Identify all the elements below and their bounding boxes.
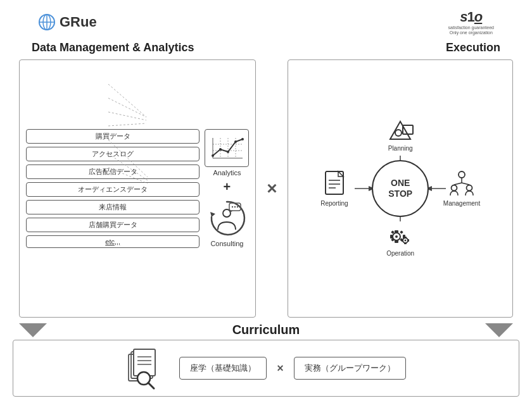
main-row: 購買データ アクセスログ 広告配信データ オーディエンスデータ 来店情報 店舗購… [13,59,519,318]
doc-search-svg [126,349,164,387]
svg-point-53 [395,235,398,238]
one-stop-text-line2: STOP [388,189,412,199]
bottom-content: 座学（基礎知識） × 実務（グループワーク） [179,357,406,380]
analytics-box: Analytics [205,129,249,177]
svg-line-6 [108,112,146,120]
grue-logo: GRue [38,13,97,31]
one-stop-text-line1: ONE [391,178,410,189]
list-item: 店舗購買データ [26,218,200,232]
svg-rect-59 [400,230,403,234]
svg-line-50 [454,183,462,185]
svg-marker-23 [210,212,215,217]
planning-label: Planning [388,145,413,152]
svg-line-7 [108,123,146,126]
execution-diagram: ONE STOP [318,119,483,258]
svg-point-21 [234,140,237,143]
svg-point-40 [395,130,402,136]
svg-rect-54 [395,230,398,233]
s1o-logo-sub: satisfaction guaranteed Only one organiz… [448,25,494,36]
svg-line-5 [108,98,146,117]
planning-icon [386,120,414,143]
grue-logo-icon [38,13,56,31]
right-panel: ONE STOP [288,59,513,318]
left-panel: 購買データ アクセスログ 広告配信データ オーディエンスデータ 来店情報 店舗購… [19,59,256,318]
curriculum-arrow-left [19,323,47,337]
svg-point-26 [232,206,233,208]
consulting-label: Consulting [210,240,243,247]
analytics-chart-icon [210,133,244,163]
operation-icon [386,224,414,248]
management-icon [448,170,476,198]
svg-point-27 [234,206,236,208]
svg-point-19 [219,148,222,151]
s1o-logo-main: s1o [460,9,482,25]
svg-rect-41 [326,171,343,194]
multiply-sign: × [262,59,281,318]
s1o-logo: s1o satisfaction guaranteed Only one org… [448,9,494,36]
consulting-box: Consulting [205,197,249,247]
curriculum-item-2: 実務（グループワーク） [294,357,406,380]
left-section-title: Data Management & Analytics [32,41,194,54]
right-section-title: Execution [446,41,500,54]
list-item: 購買データ [26,129,200,144]
curriculum-item-1: 座学（基礎知識） [179,357,267,380]
analytics-label: Analytics [213,169,241,177]
operation-item: Operation [386,224,414,257]
reporting-label: Reporting [320,200,348,207]
plus-sign: + [224,180,231,193]
consulting-icon [205,198,248,237]
planning-item: Planning [386,120,414,152]
data-list: 購買データ アクセスログ 広告配信データ オーディエンスデータ 来店情報 店舗購… [26,129,200,248]
svg-point-48 [467,185,472,190]
svg-point-18 [212,154,214,157]
bottom-panel: 座学（基礎知識） × 実務（グループワーク） [13,340,519,397]
list-item: 来店情報 [26,200,200,214]
curriculum-title: Curriculum [53,323,479,337]
curriculum-arrow-right [485,323,513,337]
svg-point-63 [405,239,407,241]
management-item: Management [443,170,480,207]
reporting-icon [323,170,346,198]
header: GRue s1o satisfaction guaranteed Only on… [13,6,519,39]
one-stop-circle: ONE STOP [372,160,429,217]
svg-line-4 [108,84,146,117]
svg-line-51 [462,183,469,185]
svg-rect-56 [390,235,393,239]
svg-line-75 [148,383,154,388]
grue-logo-text: GRue [60,14,97,30]
svg-rect-65 [404,242,407,244]
bottom-multiply: × [277,362,284,375]
svg-point-46 [459,171,465,178]
curriculum-row: Curriculum [13,323,519,337]
list-item-etc: etc,,, [26,235,200,248]
svg-rect-55 [395,240,398,243]
svg-point-20 [227,151,229,153]
svg-rect-67 [407,239,409,242]
reporting-item: Reporting [320,170,348,207]
consulting-icon-wrap [205,197,249,238]
list-item: アクセスログ [26,147,200,161]
list-item: オーディエンスデータ [26,182,200,197]
svg-rect-66 [402,239,403,242]
svg-rect-64 [404,237,407,239]
document-search-icon [126,349,164,387]
operation-label: Operation [386,250,414,257]
section-titles: Data Management & Analytics Execution [13,40,519,56]
svg-point-22 [241,138,244,140]
svg-point-47 [452,185,457,190]
list-item: 広告配信データ [26,164,200,179]
analytics-icon-wrap [205,129,249,167]
svg-point-28 [237,206,238,208]
management-label: Management [443,200,480,207]
center-icons: Analytics + [205,129,249,247]
